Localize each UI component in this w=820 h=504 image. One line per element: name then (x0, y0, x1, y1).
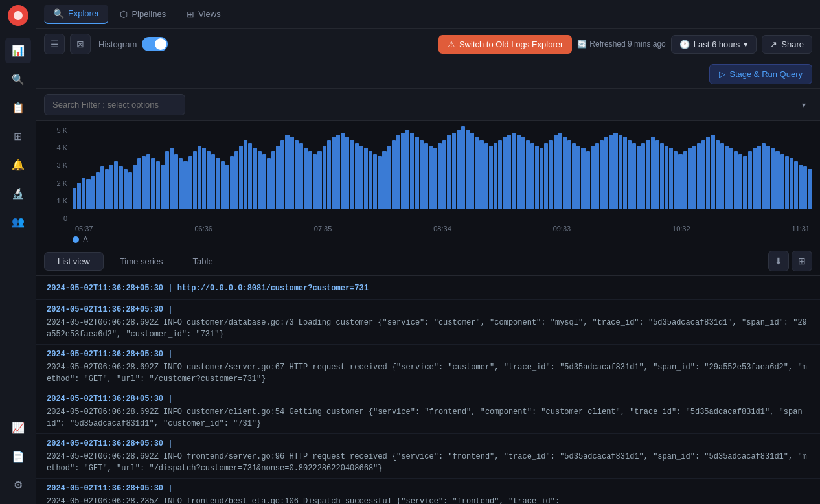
chart-bar (461, 126, 465, 209)
log-entry-header: 2024-05-02T11:36:28+05:30 | (47, 438, 810, 450)
chart-bar (299, 143, 303, 209)
stage-run-query-button[interactable]: ▷ Stage & Run Query (709, 64, 812, 84)
app-logo[interactable] (8, 5, 28, 26)
tab-pipelines-label: Pipelines (131, 9, 166, 19)
log-entry[interactable]: 2024-05-02T11:36:28+05:30 |2024-05-02T06… (36, 345, 820, 389)
chart-bar (341, 133, 345, 209)
tab-pipelines[interactable]: ⬡ Pipelines (111, 5, 175, 23)
chart-bar (711, 135, 714, 209)
log-entry[interactable]: 2024-05-02T11:36:28+05:30 |2024-05-02T06… (36, 434, 820, 479)
sidebar-item-grid[interactable]: ⊞ (5, 123, 31, 149)
chart-bar (114, 161, 118, 209)
x-label-6: 11:31 (792, 225, 810, 233)
chart-bar (290, 137, 294, 209)
warning-icon: ⚠ (448, 40, 455, 49)
log-entry-header: 2024-05-02T11:36:28+05:30 | (47, 393, 810, 405)
chart-bar (415, 137, 418, 209)
chart-bar (308, 151, 312, 209)
view-tab-table-label: Table (193, 257, 213, 266)
chart-bar (734, 151, 738, 209)
log-entry[interactable]: 2024-05-02T11:36:28+05:30 |2024-05-02T06… (36, 389, 820, 434)
view-tab-time-series[interactable]: Time series (106, 252, 177, 271)
time-range-selector[interactable]: 🕐 Last 6 hours ▾ (671, 35, 757, 54)
chart-bar (82, 178, 85, 209)
share-button[interactable]: ↗ Share (762, 35, 812, 54)
legend-label-a: A (83, 235, 88, 244)
chart-bar (507, 135, 511, 209)
explorer-icon: 🔍 (53, 8, 64, 19)
chart-bar (748, 151, 752, 209)
chart-bar (234, 151, 238, 209)
chart-bar (623, 137, 627, 209)
log-entry[interactable]: 2024-05-02T11:36:28+05:30 | http://0.0.0… (36, 279, 820, 300)
chart-bar (494, 143, 497, 209)
sidebar-item-search[interactable]: 🔍 (5, 66, 31, 92)
chart-bar (276, 146, 280, 209)
chart-bar (100, 166, 104, 209)
cross-view-icon[interactable]: ⊠ (70, 34, 91, 54)
log-entry[interactable]: 2024-05-02T11:36:28+05:30 |2024-05-02T06… (36, 479, 820, 504)
log-entry-header: 2024-05-02T11:36:28+05:30 | (47, 349, 810, 360)
chart-bar (73, 188, 76, 209)
tab-views[interactable]: ⊞ Views (177, 5, 229, 23)
chart-bar (170, 148, 174, 209)
chart-bar (387, 146, 391, 209)
chart-bar (549, 140, 552, 209)
chart-bar (669, 148, 673, 209)
chart-bar (729, 148, 733, 209)
chart-bar (350, 140, 354, 209)
tab-explorer[interactable]: 🔍 Explorer (44, 5, 108, 24)
chart-bar (124, 169, 128, 209)
log-list[interactable]: 2024-05-02T11:36:28+05:30 | http://0.0.0… (36, 276, 820, 504)
sidebar-item-analytics[interactable]: 📊 (5, 38, 31, 63)
columns-icon[interactable]: ⊞ (792, 251, 812, 271)
toolbar2: ▷ Stage & Run Query (36, 60, 820, 89)
view-tab-list[interactable]: List view (44, 252, 104, 271)
chart-bar (420, 140, 424, 209)
chart-bar (595, 143, 599, 209)
chart-bar (688, 148, 692, 209)
sidebar-item-alert[interactable]: 🔔 (5, 152, 31, 178)
chart-bar (632, 143, 636, 209)
chart-bar (544, 143, 548, 209)
chart-bar (628, 140, 632, 209)
sidebar-item-table[interactable]: 📋 (5, 95, 31, 120)
sidebar-item-reports[interactable]: 📈 (5, 415, 31, 441)
chart-bar (280, 140, 284, 209)
view-tab-table[interactable]: Table (179, 252, 227, 271)
chart-bar (429, 146, 433, 209)
chart-bar (174, 154, 178, 209)
sidebar-item-users[interactable]: 👥 (5, 209, 31, 235)
switch-btn-label: Switch to Old Logs Explorer (459, 40, 563, 49)
chart-bar (637, 146, 641, 209)
sidebar-item-investigate[interactable]: 🔬 (5, 180, 31, 206)
chart-bar (216, 158, 220, 209)
chart-bar (799, 165, 803, 209)
list-view-icon[interactable]: ☰ (44, 34, 65, 54)
download-icon[interactable]: ⬇ (768, 251, 789, 271)
filter-chevron-icon: ▾ (802, 100, 806, 109)
chart-bar (161, 165, 165, 209)
chart-bar (604, 137, 608, 209)
chart-bar (554, 135, 558, 209)
histogram-toggle[interactable] (142, 37, 168, 51)
chart-bar (567, 140, 571, 209)
sidebar-item-docs[interactable]: 📄 (5, 443, 31, 469)
chart-bar (86, 179, 90, 209)
chart-bar (563, 137, 567, 209)
chart-bar (757, 146, 761, 209)
sidebar-item-settings[interactable]: ⚙ (5, 472, 31, 498)
chart-bar (378, 156, 382, 209)
y-label-1k: 1 K (44, 197, 67, 205)
switch-to-old-logs-button[interactable]: ⚠ Switch to Old Logs Explorer (438, 35, 572, 54)
chart-bar (660, 143, 664, 209)
chart-bar (619, 135, 622, 209)
chart-bar (674, 151, 678, 209)
log-entry[interactable]: 2024-05-02T11:36:28+05:30 |2024-05-02T06… (36, 300, 820, 345)
chart-bar (521, 137, 525, 209)
search-filter-input[interactable] (44, 94, 185, 115)
chart-bar (586, 151, 590, 209)
chart-bar (655, 140, 659, 209)
chart-bar (405, 130, 409, 209)
chart-bar (364, 148, 368, 209)
